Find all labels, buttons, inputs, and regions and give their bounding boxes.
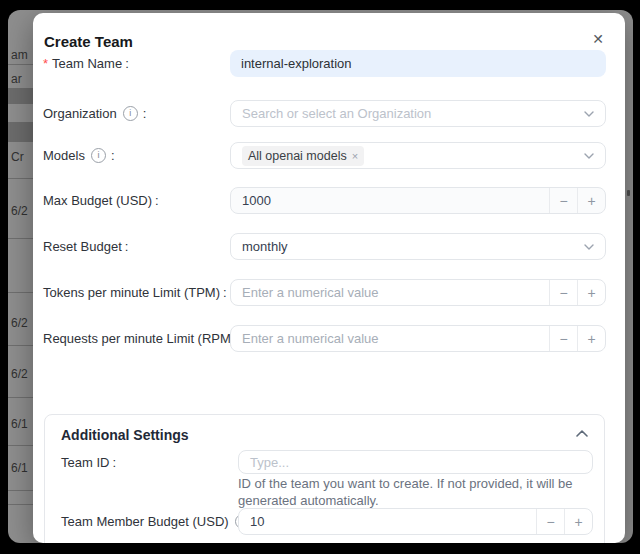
background-truncated-text: 6/2 — [11, 316, 28, 330]
background-dark-band — [8, 122, 33, 142]
minus-button[interactable]: − — [549, 188, 577, 213]
tpm-row: Tokens per minute Limit (TPM): − + — [43, 279, 606, 306]
dimmed-background-page: amarCr6/26/26/26/16/1 — [8, 10, 33, 543]
background-row-divider — [8, 504, 33, 505]
create-team-modal: Create Team ✕ * Team Name: internal-expl… — [33, 13, 625, 543]
plus-button[interactable]: + — [577, 280, 605, 305]
tpm-label: Tokens per minute Limit (TPM): — [43, 285, 227, 300]
reset-budget-label: Reset Budget: — [43, 239, 128, 254]
rpm-row: Requests per minute Limit (RPM): − + — [43, 325, 606, 352]
background-row-divider — [8, 64, 33, 65]
model-tag: All openai models × — [242, 146, 364, 166]
member-budget-input-group: − + — [238, 508, 593, 535]
team-id-label: Team ID: — [61, 450, 116, 474]
team-name-row: * Team Name: internal-exploration — [43, 50, 606, 77]
chevron-up-icon[interactable] — [576, 430, 588, 437]
minus-button[interactable]: − — [549, 280, 577, 305]
close-icon[interactable]: ✕ — [589, 30, 607, 48]
tpm-input[interactable] — [231, 280, 549, 305]
chevron-down-icon — [584, 153, 594, 159]
background-row-divider — [8, 490, 33, 491]
tpm-input-group: − + — [230, 279, 606, 306]
tag-remove-icon[interactable]: × — [352, 150, 358, 162]
reset-budget-value: monthly — [242, 239, 288, 254]
background-truncated-text: 6/2 — [11, 367, 28, 381]
max-budget-input[interactable] — [231, 188, 549, 213]
organization-select[interactable]: Search or select an Organization — [230, 100, 606, 127]
reset-budget-select[interactable]: monthly — [230, 233, 606, 260]
minus-button[interactable]: − — [549, 326, 577, 351]
minus-button[interactable]: − — [536, 509, 564, 534]
team-id-input[interactable]: Type... — [238, 450, 593, 474]
background-truncated-text: Cr — [11, 150, 24, 164]
organization-placeholder: Search or select an Organization — [242, 106, 431, 121]
background-truncated-text: 6/1 — [11, 461, 28, 475]
app-window: amarCr6/26/26/26/16/1 Create Team ✕ * Te… — [8, 10, 633, 543]
max-budget-row: Max Budget (USD): − + — [43, 187, 606, 214]
required-asterisk: * — [43, 56, 48, 71]
background-truncated-text: am — [11, 48, 28, 62]
background-row-divider — [8, 292, 33, 293]
rpm-input-group: − + — [230, 325, 606, 352]
info-icon[interactable]: i — [91, 148, 106, 163]
info-icon[interactable]: i — [123, 106, 138, 121]
team-name-label: * Team Name: — [43, 56, 129, 71]
plus-button[interactable]: + — [577, 188, 605, 213]
models-row: Models i : All openai models × — [43, 142, 606, 169]
rpm-label: Requests per minute Limit (RPM): — [43, 331, 242, 346]
background-row-divider — [8, 345, 33, 346]
models-select[interactable]: All openai models × — [230, 142, 606, 169]
background-dark-band — [8, 88, 33, 104]
member-budget-label: Team Member Budget (USD) ? : — [61, 508, 258, 535]
reset-budget-row: Reset Budget: monthly — [43, 233, 606, 260]
background-row-divider — [8, 178, 33, 179]
chevron-down-icon — [584, 244, 594, 250]
organization-label: Organization i : — [43, 106, 146, 121]
organization-row: Organization i : Search or select an Org… — [43, 100, 606, 127]
background-row-divider — [8, 238, 33, 239]
background-truncated-text: 6/1 — [11, 417, 28, 431]
max-budget-input-group: − + — [230, 187, 606, 214]
models-label: Models i : — [43, 148, 115, 163]
background-truncated-text: 6/2 — [11, 204, 28, 218]
team-id-help-text: ID of the team you want to create. If no… — [238, 475, 598, 509]
background-row-divider — [8, 397, 33, 398]
background-truncated-text: ar — [11, 72, 22, 86]
additional-settings-card: Additional Settings Team ID: Type... ID … — [44, 414, 605, 543]
background-row-divider — [8, 445, 33, 446]
chevron-down-icon — [584, 111, 594, 117]
additional-settings-title: Additional Settings — [61, 427, 189, 443]
background-artifact — [627, 190, 630, 196]
plus-button[interactable]: + — [577, 326, 605, 351]
rpm-input[interactable] — [231, 326, 549, 351]
team-name-input[interactable]: internal-exploration — [230, 50, 606, 77]
member-budget-input[interactable] — [239, 509, 536, 534]
modal-title: Create Team — [44, 33, 133, 50]
plus-button[interactable]: + — [564, 509, 592, 534]
max-budget-label: Max Budget (USD): — [43, 193, 159, 208]
